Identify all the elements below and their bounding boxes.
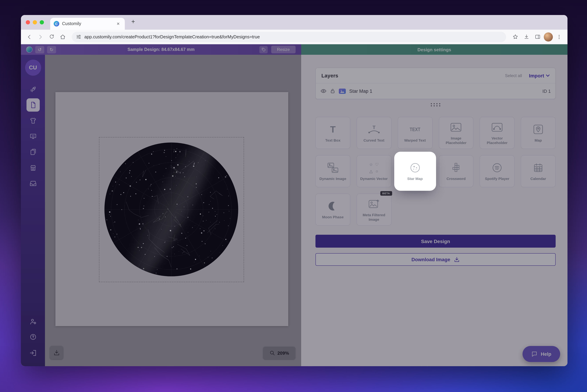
browser-toolbar: app.customily.com/createProduct1?forDesi…: [21, 30, 568, 44]
browser-menu-icon[interactable]: [554, 32, 564, 42]
desktop-background: C Customily ✕ + app.customily.com/creat: [0, 0, 587, 392]
site-settings-icon[interactable]: [76, 34, 81, 40]
side-panel-icon[interactable]: [533, 32, 542, 42]
tab-strip: C Customily ✕ +: [21, 15, 568, 30]
downloads-icon[interactable]: [522, 32, 531, 42]
browser-window: C Customily ✕ + app.customily.com/creat: [21, 15, 568, 366]
tile-label: Star Map: [407, 177, 423, 181]
star-map-icon: [410, 161, 420, 174]
customily-favicon-icon: C: [54, 21, 59, 26]
app-viewport: ↺ ↻ Sample Design: 84.67x84.67 mm Resize…: [21, 44, 568, 366]
dim-overlay: [21, 44, 568, 366]
element-tile-star-map[interactable]: Star Map: [398, 155, 432, 187]
minimize-window-button[interactable]: [33, 20, 37, 24]
window-controls: [26, 20, 44, 24]
close-window-button[interactable]: [26, 20, 30, 24]
bookmark-star-icon[interactable]: [510, 32, 520, 42]
reload-button[interactable]: [47, 32, 56, 42]
back-button[interactable]: [24, 32, 34, 42]
home-button[interactable]: [58, 32, 68, 42]
url-text: app.customily.com/createProduct1?forDesi…: [84, 34, 260, 40]
browser-tab[interactable]: C Customily ✕: [50, 18, 125, 30]
close-tab-icon[interactable]: ✕: [115, 20, 121, 27]
tab-title: Customily: [62, 21, 112, 26]
url-bar[interactable]: app.customily.com/createProduct1?forDesi…: [72, 32, 506, 42]
forward-button[interactable]: [35, 32, 45, 42]
profile-avatar[interactable]: [544, 32, 553, 41]
maximize-window-button[interactable]: [40, 20, 44, 24]
new-tab-button[interactable]: +: [128, 17, 138, 27]
